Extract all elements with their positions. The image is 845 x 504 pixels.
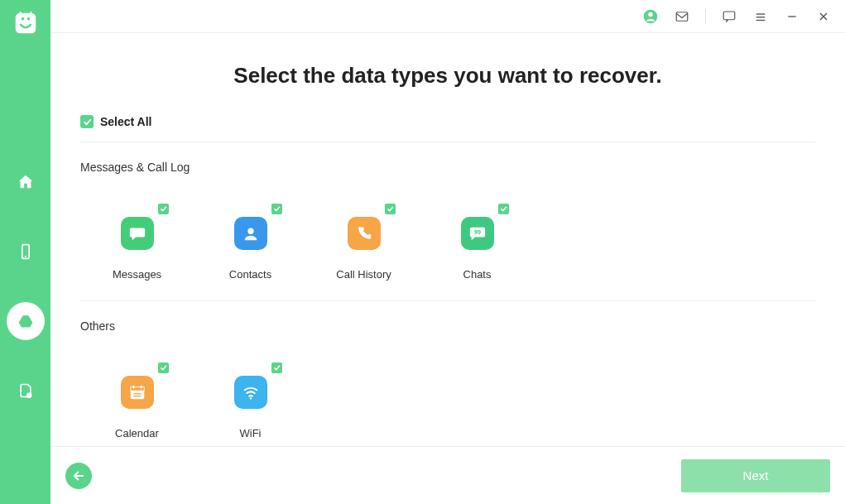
- next-button[interactable]: Next: [681, 459, 830, 492]
- contacts-icon: [234, 217, 267, 250]
- select-all-label: Select All: [100, 115, 152, 128]
- tile-calendar-label: Calendar: [115, 427, 159, 439]
- svg-point-2: [26, 17, 30, 21]
- calendar-icon: [121, 376, 154, 409]
- tile-chats[interactable]: 99 Chats: [420, 179, 534, 281]
- main-panel: Select the data types you want to recove…: [50, 0, 845, 504]
- sidebar-nav: !: [0, 163, 50, 410]
- tile-calendar[interactable]: Calendar: [80, 338, 194, 439]
- tile-messages-checkbox[interactable]: [158, 204, 169, 214]
- nav-drive[interactable]: [0, 302, 50, 340]
- select-all-row[interactable]: Select All: [80, 115, 815, 142]
- tile-wifi-checkbox[interactable]: [271, 362, 282, 373]
- section-messages-grid: Messages Contacts Call: [80, 179, 815, 301]
- feedback-icon[interactable]: [721, 8, 737, 25]
- nav-phone[interactable]: [0, 233, 50, 271]
- svg-rect-10: [723, 12, 735, 20]
- titlebar-left-group: [642, 8, 690, 25]
- nav-file-alert[interactable]: !: [0, 372, 50, 410]
- close-button[interactable]: [815, 8, 832, 25]
- svg-rect-9: [676, 12, 688, 21]
- tile-calendar-checkbox[interactable]: [158, 362, 169, 373]
- tile-wifi-label: WiFi: [240, 427, 262, 439]
- tile-contacts-checkbox[interactable]: [271, 204, 282, 214]
- chats-icon: 99: [461, 217, 494, 250]
- tile-chats-checkbox[interactable]: [498, 204, 509, 214]
- tile-messages-label: Messages: [113, 268, 161, 281]
- tile-messages[interactable]: Messages: [80, 179, 194, 281]
- section-others-grid: Calendar WiFi: [80, 338, 815, 446]
- back-button[interactable]: [65, 463, 92, 489]
- section-others-title: Others: [80, 319, 815, 333]
- minimize-button[interactable]: [784, 8, 800, 25]
- titlebar-divider: [705, 9, 706, 24]
- section-others: Others Calendar WiFi: [80, 319, 815, 446]
- svg-point-17: [247, 228, 253, 234]
- svg-text:99: 99: [473, 228, 480, 236]
- tile-contacts[interactable]: Contacts: [194, 179, 307, 281]
- tile-call-history-checkbox[interactable]: [385, 204, 396, 214]
- titlebar-right-group: [721, 8, 832, 25]
- menu-icon[interactable]: [752, 8, 769, 25]
- svg-rect-20: [130, 387, 144, 391]
- mail-icon[interactable]: [674, 8, 690, 25]
- section-messages-title: Messages & Call Log: [80, 161, 815, 174]
- select-all-checkbox[interactable]: [80, 115, 94, 128]
- footer: Next: [50, 446, 845, 504]
- app-root: !: [0, 0, 845, 504]
- phone-icon: [348, 217, 381, 250]
- wifi-icon: [234, 376, 267, 409]
- app-logo-icon: [14, 12, 37, 35]
- tile-chats-label: Chats: [463, 268, 492, 281]
- messages-icon: [121, 217, 154, 250]
- svg-point-1: [21, 17, 24, 21]
- sidebar: !: [0, 0, 50, 504]
- tile-call-history-label: Call History: [336, 268, 391, 281]
- svg-point-25: [249, 397, 251, 399]
- svg-rect-0: [15, 13, 36, 34]
- tile-wifi[interactable]: WiFi: [194, 338, 307, 439]
- tile-call-history[interactable]: Call History: [307, 179, 420, 281]
- content-area: Select the data types you want to recove…: [50, 33, 845, 446]
- tile-contacts-label: Contacts: [229, 268, 271, 281]
- nav-home[interactable]: [0, 163, 50, 201]
- section-messages: Messages & Call Log Messages: [80, 161, 815, 301]
- account-icon[interactable]: [642, 8, 659, 25]
- svg-point-8: [648, 12, 652, 16]
- titlebar: [50, 0, 845, 33]
- page-title: Select the data types you want to recove…: [80, 63, 815, 89]
